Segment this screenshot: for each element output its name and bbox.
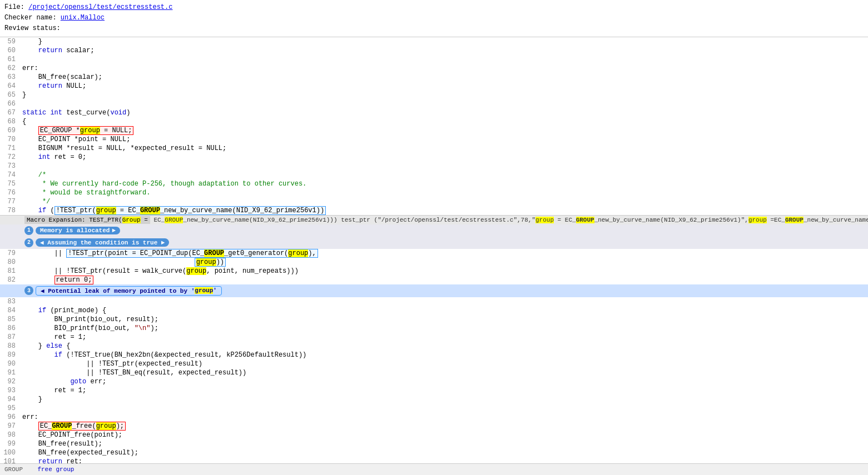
code-line-74: 74 /* (0, 171, 868, 179)
code-line-62: 62 err: (0, 64, 868, 73)
line-num-82: 82 (0, 276, 20, 284)
code-area: 59 } 60 return scalar; 61 62 err: 63 BN_… (0, 37, 868, 475)
code-line-94: 94 } (0, 395, 868, 404)
code-line-99: 99 BN_free(result); (0, 439, 868, 448)
line-content-69: EC_GROUP *group = NULL; (20, 126, 868, 135)
line-num-87: 87 (0, 333, 20, 342)
line-num-86: 86 (0, 324, 20, 333)
code-line-76: 76 * would be straightforward. (0, 188, 868, 197)
annotation-3-row: 3 ◀ Potential leak of memory pointed to … (0, 284, 868, 297)
line-num-62: 62 (0, 64, 20, 73)
code-line-97: 97 EC_GROUP_free(group); (0, 422, 868, 431)
annotation-2-text: ◀ Assuming the condition is true ► (36, 238, 169, 247)
line-num-61: 61 (0, 55, 20, 64)
code-line-83: 83 (0, 297, 868, 306)
code-line-72: 72 int ret = 0; (0, 153, 868, 162)
line-content-65: } (20, 91, 868, 99)
line-num-91: 91 (0, 368, 20, 377)
code-line-59: 59 } (0, 37, 868, 46)
line-content-98: EC_POINT_free(point); (20, 431, 868, 439)
annotation-1-row: 1 Memory is allocated ► (0, 224, 868, 237)
line-num-83: 83 (0, 297, 20, 306)
code-line-98: 98 EC_POINT_free(point); (0, 431, 868, 439)
line-content-92: goto err; (20, 377, 868, 386)
line-content-96: err: (20, 413, 868, 422)
code-line-93: 93 ret = 1; (0, 386, 868, 395)
line-num-79: 79 (0, 249, 20, 258)
line-num-80: 80 (0, 258, 20, 267)
line-num-97: 97 (0, 422, 20, 431)
line-content-77: */ (20, 197, 868, 206)
line-content-100: BN_free(expected_result); (20, 448, 868, 457)
macro-expansion-row: Macro Expansion: TEST_PTR(Group = EC_GRO… (0, 215, 868, 224)
line-content-79: || !TEST_ptr(point = EC_POINT_dup(EC_GRO… (20, 249, 868, 258)
line-num-95: 95 (0, 404, 20, 413)
code-line-89: 89 if (!TEST_true(BN_hex2bn(&expected_re… (0, 351, 868, 359)
file-path-link[interactable]: /project/openssl/test/ecstresstest.c (28, 3, 172, 11)
code-line-61: 61 (0, 55, 868, 64)
line-content-89: if (!TEST_true(BN_hex2bn(&expected_resul… (20, 351, 868, 359)
line-content-85: BN_print(bio_out, result); (20, 315, 868, 324)
file-header: File: /project/openssl/test/ecstresstest… (0, 0, 868, 37)
file-label: File: (4, 3, 24, 11)
line-num-78: 78 (0, 206, 20, 215)
code-line-66: 66 (0, 99, 868, 108)
line-num-98: 98 (0, 431, 20, 439)
code-line-63: 63 BN_free(scalar); (0, 73, 868, 82)
line-num-73: 73 (0, 162, 20, 171)
line-num-67: 67 (0, 108, 20, 117)
line-content-93: ret = 1; (20, 386, 868, 395)
line-content-68: { (20, 117, 868, 126)
code-line-77: 77 */ (0, 197, 868, 206)
line-content-59: } (20, 37, 868, 46)
line-num-88: 88 (0, 342, 20, 351)
code-line-82: 82 return 0; (0, 276, 868, 284)
line-content-72: int ret = 0; (20, 153, 868, 162)
macro-expansion-content: EC_GROUP_new_by_curve_name(NID_X9_62_pri… (153, 217, 868, 223)
code-line-70: 70 EC_POINT *point = NULL; (0, 135, 868, 144)
code-line-71: 71 BIGNUM *result = NULL, *expected_resu… (0, 144, 868, 153)
code-line-80: 80 group)) (0, 258, 868, 267)
line-content-90: || !TEST_ptr(expected_result) (20, 359, 868, 368)
code-line-73: 73 (0, 162, 868, 171)
line-content-97: EC_GROUP_free(group); (20, 422, 868, 431)
line-content-71: BIGNUM *result = NULL, *expected_result … (20, 144, 868, 153)
line-content-70: EC_POINT *point = NULL; (20, 135, 868, 144)
line-content-78: if (!TEST_ptr(group = EC_GROUP_new_by_cu… (20, 206, 868, 215)
line-content-99: BN_free(result); (20, 439, 868, 448)
line-content-62: err: (20, 64, 868, 73)
bottom-bar: GROUP free group (0, 463, 868, 475)
code-line-92: 92 goto err; (0, 377, 868, 386)
line-content-60: return scalar; (20, 46, 868, 55)
line-content-76: * would be straightforward. (20, 188, 868, 197)
line-num-66: 66 (0, 99, 20, 108)
line-num-63: 63 (0, 73, 20, 82)
line-content-75: * We currently hard-code P-256, though a… (20, 179, 868, 188)
line-num-84: 84 (0, 306, 20, 315)
annotation-1-text: Memory is allocated ► (36, 227, 120, 234)
line-content-81: || !TEST_ptr(result = walk_curve(group, … (20, 267, 868, 276)
checker-name-link[interactable]: unix.Malloc (61, 14, 105, 22)
code-line-69: 69 EC_GROUP *group = NULL; (0, 126, 868, 135)
annotation-badge-1: 1 (24, 226, 33, 235)
line-num-60: 60 (0, 46, 20, 55)
line-num-89: 89 (0, 351, 20, 359)
line-num-59: 59 (0, 37, 20, 46)
annotation-2-row: 2 ◀ Assuming the condition is true ► (0, 237, 868, 249)
line-num-93: 93 (0, 386, 20, 395)
code-line-91: 91 || !TEST_BN_eq(result, expected_resul… (0, 368, 868, 377)
line-content-67: static int test_curve(void) (20, 108, 868, 117)
code-line-65: 65 } (0, 91, 868, 99)
annotation-badge-3: 3 (24, 286, 33, 295)
code-line-87: 87 ret = 1; (0, 333, 868, 342)
line-content-64: return NULL; (20, 82, 868, 91)
code-line-68: 68 { (0, 117, 868, 126)
line-num-99: 99 (0, 439, 20, 448)
code-line-90: 90 || !TEST_ptr(expected_result) (0, 359, 868, 368)
line-num-90: 90 (0, 359, 20, 368)
line-num-72: 72 (0, 153, 20, 162)
line-num-85: 85 (0, 315, 20, 324)
line-num-81: 81 (0, 267, 20, 276)
line-content-87: ret = 1; (20, 333, 868, 342)
annotation-3-text: ◀ Potential leak of memory pointed to by… (36, 286, 222, 296)
